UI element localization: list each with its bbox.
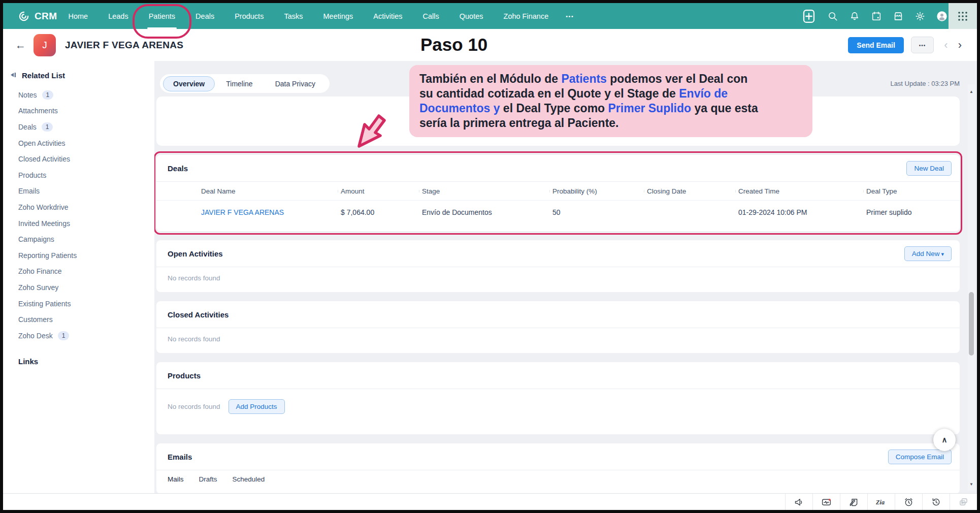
- sidebar-item-zoho-finance[interactable]: Zoho Finance: [3, 264, 154, 280]
- alarm-icon[interactable]: [895, 494, 922, 510]
- deal-name-link[interactable]: JAVIER F VEGA ARENAS: [156, 208, 338, 216]
- nav-item-home[interactable]: Home: [68, 3, 88, 29]
- sidebar-item-customers[interactable]: Customers: [3, 311, 154, 328]
- new-deal-button[interactable]: New Deal: [906, 161, 952, 176]
- nav-item-products[interactable]: Products: [235, 3, 264, 29]
- related-list-header: Related List: [3, 68, 154, 83]
- sidebar-item-campaigns[interactable]: Campaigns: [3, 231, 154, 247]
- history-icon[interactable]: [922, 494, 950, 510]
- nav-item-calls[interactable]: Calls: [423, 3, 439, 29]
- nav-item-deals[interactable]: Deals: [195, 3, 214, 29]
- deals-annotation-box: Deals New Deal Deal NameAmountStageProba…: [156, 155, 960, 231]
- column-header-probability: Probability (%): [549, 187, 644, 195]
- count-badge: 1: [58, 331, 70, 340]
- megaphone-icon[interactable]: [785, 494, 812, 510]
- add-new-button[interactable]: Add New: [904, 246, 952, 261]
- zoho-crm-window: CRM HomeLeadsPatientsDealsProductsTasksM…: [0, 0, 980, 513]
- vertical-scrollbar[interactable]: [968, 84, 975, 491]
- scrollbar-up-icon[interactable]: [968, 89, 975, 94]
- content-area: Related List Notes1AttachmentsDeals1Open…: [3, 61, 977, 494]
- crm-brand[interactable]: CRM: [17, 3, 57, 29]
- sidebar-item-notes[interactable]: Notes1: [3, 87, 154, 103]
- nav-item-label: Quotes: [460, 12, 483, 20]
- nav-item-zoho-finance[interactable]: Zoho Finance: [504, 3, 549, 29]
- nav-item-tasks[interactable]: Tasks: [284, 3, 303, 29]
- table-cell: 01-29-2024 10:06 PM: [735, 208, 863, 216]
- avatar-icon[interactable]: [936, 11, 948, 22]
- prev-record-icon[interactable]: [944, 39, 948, 52]
- related-list-title: Related List: [22, 71, 65, 80]
- nav-item-label: Calls: [423, 12, 439, 20]
- notifications-icon[interactable]: [849, 11, 860, 22]
- tab-data-privacy[interactable]: Data Privacy: [264, 76, 326, 91]
- nav-item-quotes[interactable]: Quotes: [460, 3, 483, 29]
- tab-timeline[interactable]: Timeline: [215, 76, 264, 91]
- add-products-button[interactable]: Add Products: [228, 399, 285, 414]
- nav-overflow-icon[interactable]: [566, 3, 574, 29]
- products-empty: No records found: [168, 403, 220, 410]
- apps-grid-icon[interactable]: [949, 3, 977, 29]
- search-icon[interactable]: [827, 11, 838, 22]
- zia-icon[interactable]: Zia: [867, 494, 895, 510]
- deals-table-header: Deal NameAmountStageProbability (%)Closi…: [156, 182, 960, 201]
- open-activities-empty: No records found: [168, 274, 220, 282]
- email-tab-scheduled[interactable]: Scheduled: [233, 475, 265, 483]
- sidebar-item-emails[interactable]: Emails: [3, 183, 154, 200]
- sidebar-item-attachments[interactable]: Attachments: [3, 103, 154, 119]
- sidebar-item-existing-patients[interactable]: Existing Patients: [3, 296, 154, 312]
- svg-text:Zia: Zia: [875, 498, 885, 505]
- sidebar-item-label: Zoho Survey: [18, 283, 58, 292]
- more-actions-button[interactable]: [911, 37, 934, 53]
- nav-item-activities[interactable]: Activities: [373, 3, 402, 29]
- send-email-button[interactable]: Send Email: [848, 37, 903, 53]
- sidebar-item-products[interactable]: Products: [3, 167, 154, 183]
- pulse-icon[interactable]: [812, 494, 840, 510]
- links-header: Links: [18, 357, 154, 366]
- column-header-created-time: Created Time: [735, 187, 863, 195]
- settings-icon[interactable]: [914, 11, 926, 22]
- sidebar-item-label: Invited Meetings: [18, 219, 70, 228]
- nav-item-patients[interactable]: Patients: [149, 3, 175, 29]
- deals-title: Deals: [168, 164, 188, 173]
- nav-items: HomeLeadsPatientsDealsProductsTasksMeeti…: [68, 3, 548, 29]
- record-tabs-row: OverviewTimelineData Privacy Last Update…: [160, 74, 960, 93]
- table-cell: Envío de Documentos: [419, 208, 549, 216]
- sidebar-item-zoho-desk[interactable]: Zoho Desk1: [3, 328, 154, 344]
- table-row: JAVIER F VEGA ARENAS$ 7,064.00Envío de D…: [156, 201, 960, 224]
- note-pen-icon[interactable]: [840, 494, 867, 510]
- collapse-sidebar-icon[interactable]: [10, 71, 17, 80]
- sidebar-item-closed-activities[interactable]: Closed Activities: [3, 151, 154, 167]
- marketplace-icon[interactable]: [893, 11, 904, 22]
- tab-overview[interactable]: Overview: [163, 76, 215, 91]
- nav-item-meetings[interactable]: Meetings: [323, 3, 353, 29]
- sidebar-item-open-activities[interactable]: Open Activities: [3, 135, 154, 151]
- email-tab-mails[interactable]: Mails: [168, 475, 184, 483]
- open-activities-title: Open Activities: [168, 249, 223, 258]
- compose-email-button[interactable]: Compose Email: [888, 450, 952, 464]
- panels-icon: [950, 494, 977, 510]
- scroll-to-top-button[interactable]: [933, 429, 956, 451]
- closed-activities-panel: Closed Activities No records found: [156, 301, 960, 353]
- count-badge: 1: [42, 122, 53, 132]
- nav-item-leads[interactable]: Leads: [108, 3, 128, 29]
- table-cell: Primer suplido: [863, 208, 960, 216]
- sidebar-item-zoho-workdrive[interactable]: Zoho Workdrive: [3, 199, 154, 215]
- sidebar-item-label: Products: [18, 171, 46, 179]
- sidebar-item-label: Zoho Workdrive: [18, 203, 69, 211]
- sidebar-item-deals[interactable]: Deals1: [3, 119, 154, 135]
- related-list-items: Notes1AttachmentsDeals1Open ActivitiesCl…: [3, 87, 154, 344]
- back-button[interactable]: [15, 39, 28, 51]
- email-tab-drafts[interactable]: Drafts: [199, 475, 217, 483]
- nav-item-label: Products: [235, 12, 264, 20]
- sidebar-item-zoho-survey[interactable]: Zoho Survey: [3, 279, 154, 296]
- sidebar-item-invited-meetings[interactable]: Invited Meetings: [3, 215, 154, 232]
- calendar-icon[interactable]: [871, 11, 882, 22]
- sidebar-item-reporting-patients[interactable]: Reporting Patients: [3, 247, 154, 264]
- nav-item-label: Meetings: [323, 12, 353, 20]
- column-header-stage: Stage: [419, 187, 549, 195]
- sidebar-item-label: Campaigns: [18, 235, 54, 243]
- add-icon[interactable]: [801, 9, 816, 24]
- scrollbar-down-icon[interactable]: [968, 482, 975, 487]
- scrollbar-thumb[interactable]: [969, 292, 974, 356]
- next-record-icon[interactable]: [958, 39, 962, 52]
